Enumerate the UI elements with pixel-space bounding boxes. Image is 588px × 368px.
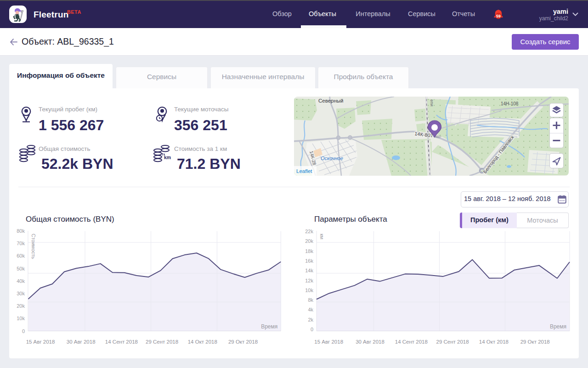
svg-text:2k: 2k: [308, 317, 313, 322]
svg-text:4k: 4k: [308, 307, 313, 312]
svg-text:Leaflet: Leaflet: [296, 168, 312, 174]
svg-text:епи: епи: [430, 99, 434, 106]
svg-text:14 Окт 2018: 14 Окт 2018: [479, 339, 509, 345]
svg-text:Параметры объекта: Параметры объекта: [314, 215, 387, 224]
svg-text:29 Окт 2018: 29 Окт 2018: [520, 339, 550, 345]
svg-text:30 Авг 2018: 30 Авг 2018: [356, 339, 384, 345]
svg-text:30 Авг 2018: 30 Авг 2018: [67, 339, 96, 345]
svg-text:20k: 20k: [305, 238, 313, 244]
svg-text:30k: 30k: [17, 291, 25, 296]
svg-text:14k: 14k: [305, 268, 313, 273]
svg-text:15 Авг 2018: 15 Авг 2018: [314, 339, 343, 345]
svg-text:18k: 18k: [305, 248, 313, 254]
svg-text:50k: 50k: [17, 266, 25, 271]
svg-text:15 Авг 2018: 15 Авг 2018: [26, 339, 55, 345]
svg-text:14Н-108: 14Н-108: [501, 101, 519, 106]
svg-text:40k: 40k: [17, 278, 25, 284]
svg-text:60k: 60k: [17, 253, 25, 259]
svg-text:Стоимость: Стоимость: [31, 234, 36, 259]
svg-text:12k: 12k: [305, 278, 313, 283]
svg-text:22k: 22k: [305, 229, 313, 234]
svg-text:0: 0: [22, 328, 25, 334]
svg-text:Общая стоимость (BYN): Общая стоимость (BYN): [26, 215, 114, 224]
svg-text:Время: Время: [550, 323, 566, 330]
svg-text:29 Окт 2018: 29 Окт 2018: [228, 339, 258, 345]
svg-text:20k: 20k: [17, 303, 25, 309]
svg-text:10k: 10k: [17, 316, 25, 321]
svg-text:16k: 16k: [305, 258, 313, 264]
svg-text:Северный: Северный: [318, 98, 344, 104]
svg-text:70k: 70k: [17, 241, 25, 246]
svg-text:8k: 8k: [308, 297, 313, 303]
svg-text:km: km: [164, 155, 171, 160]
svg-text:Оскочное: Оскочное: [321, 155, 343, 161]
svg-text:59: 59: [496, 14, 501, 18]
svg-text:14 Сент 2018: 14 Сент 2018: [395, 339, 428, 345]
svg-text:10k: 10k: [305, 288, 313, 293]
svg-text:км: км: [319, 234, 325, 239]
svg-text:29 Сент 2018: 29 Сент 2018: [436, 339, 469, 345]
svg-text:14 Сент 2018: 14 Сент 2018: [105, 339, 138, 345]
svg-text:80k: 80k: [17, 228, 25, 234]
svg-text:14 Окт 2018: 14 Окт 2018: [188, 339, 217, 345]
svg-text:Время: Время: [261, 323, 277, 330]
svg-text:29 Сент 2018: 29 Сент 2018: [146, 339, 178, 345]
svg-text:0: 0: [311, 327, 313, 332]
